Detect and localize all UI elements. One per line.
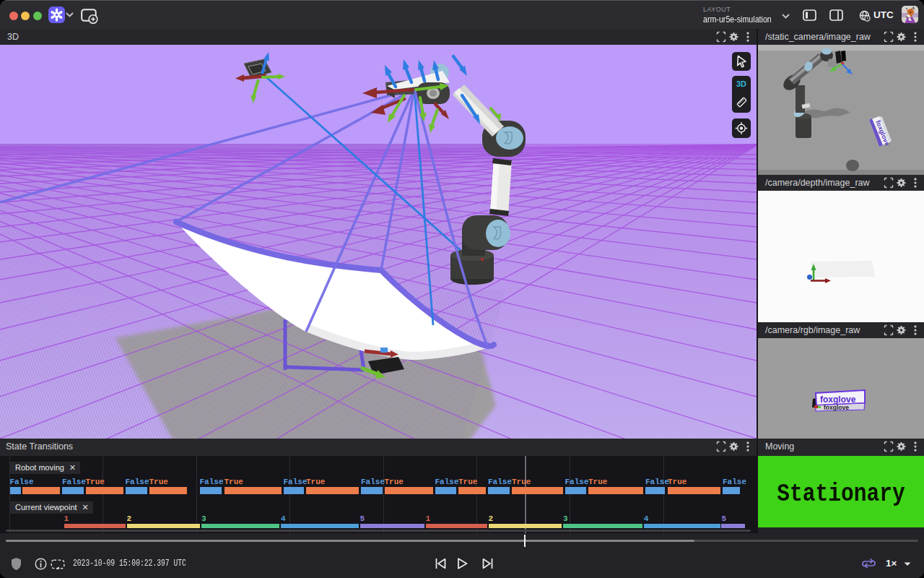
svg-text:foxglove: foxglove [824, 404, 849, 411]
svg-text:foxglove: foxglove [820, 394, 856, 405]
